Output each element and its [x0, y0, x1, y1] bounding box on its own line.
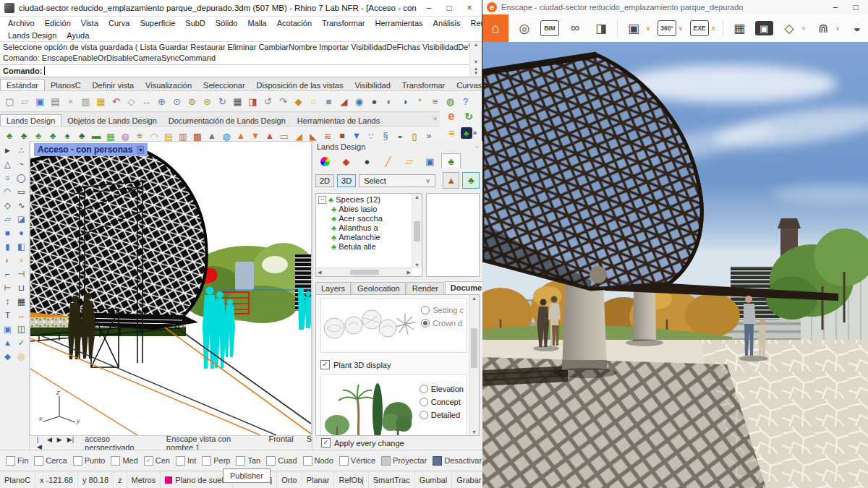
species-tree-box[interactable]: − ♣ Species (12) ♣ Abies lasio ♣ Acer sa… — [315, 193, 422, 277]
undo-icon[interactable]: ↶ — [109, 94, 124, 109]
circle-icon[interactable]: ○ — [1, 171, 14, 184]
options-icon[interactable]: * — [412, 94, 427, 109]
open-file-icon[interactable]: ▱ — [17, 94, 33, 109]
polygon-icon[interactable]: ◇ — [1, 198, 14, 212]
maximize-button[interactable]: □ — [441, 3, 457, 13]
mini-map-button[interactable]: ▦ — [729, 18, 749, 38]
render-image-button[interactable]: ▣ — [755, 21, 773, 35]
text-icon[interactable]: T — [1, 308, 14, 322]
menu-item[interactable]: Análisis — [428, 19, 466, 27]
surface-icon[interactable]: ▱ — [1, 212, 14, 226]
render-color-icon[interactable]: ◉ — [352, 94, 367, 109]
print-icon[interactable]: ▤ — [48, 94, 63, 109]
osnap-toggle[interactable]: Cen — [144, 456, 170, 466]
viewport-dropdown-icon[interactable]: ▾ — [137, 146, 144, 154]
enscape-logo-icon[interactable]: e — [443, 109, 460, 124]
command-spinner[interactable]: ▲ ▼ — [469, 65, 482, 77]
species-horizontal-scrollbar[interactable]: ◀▶ — [316, 267, 412, 276]
bim-mode-button[interactable]: BIM — [540, 20, 559, 36]
display-2d-button[interactable]: 2D — [315, 174, 334, 187]
menu-item[interactable]: Herramientas — [370, 19, 428, 27]
menu-item[interactable]: Malla — [242, 19, 271, 27]
zoom-dynamic-icon[interactable]: ⊙ — [169, 94, 184, 109]
viewport-title-tab[interactable]: Acceso - con personas ▾ — [34, 143, 148, 156]
display-tab-icon[interactable]: ▣ — [420, 153, 440, 168]
extrude-icon[interactable]: ◧ — [14, 239, 28, 253]
video-editor-button[interactable]: ◨ — [591, 18, 611, 38]
menu-item[interactable]: Transformar — [317, 19, 370, 27]
lands-tab[interactable]: Documentación de Lands Design — [163, 115, 292, 126]
toolbar-tab[interactable]: Transformar — [396, 80, 451, 90]
explode-icon[interactable]: × — [14, 253, 28, 267]
walkthrough-mode-button[interactable]: ∞ — [565, 18, 585, 38]
updates-bars-icon[interactable]: ≡ — [443, 126, 460, 140]
status-segment[interactable]: x -121.68 — [35, 471, 78, 488]
sweep-icon[interactable]: ◪ — [14, 212, 28, 226]
osnap-toggle[interactable]: Punto — [73, 456, 106, 466]
earth-icon[interactable]: ◍ — [443, 94, 458, 109]
undo-view-icon[interactable]: ↺ — [260, 94, 276, 109]
menu-item[interactable]: Curva — [103, 19, 135, 27]
solid-tools-icon[interactable]: ◆ — [1, 349, 14, 363]
ghosted-mode-icon[interactable]: ◐ — [382, 94, 397, 109]
wireframe-viewport[interactable]: Acceso - con personas ▾ — [30, 141, 312, 436]
lock-icon[interactable]: ■ — [321, 94, 336, 109]
lands-tab[interactable]: Herramientas de Lands — [292, 115, 386, 126]
maximize-button[interactable]: □ — [848, 2, 864, 12]
minimize-button[interactable]: – — [421, 3, 437, 13]
osnap-toggle[interactable]: Nodo — [303, 456, 333, 466]
lands-tab[interactable]: Objetos de Lands Design — [61, 115, 163, 126]
lands-tree-badge-icon[interactable]: ♣» — [460, 126, 477, 140]
freeform-icon[interactable]: ∿ — [14, 198, 28, 212]
rendered-mode-icon[interactable]: ◑ — [397, 94, 412, 109]
white-mode-chevron[interactable]: ∨ — [800, 18, 807, 38]
paste-icon[interactable]: ▦ — [93, 94, 109, 109]
species-vertical-scrollbar[interactable]: ▲▼ — [412, 194, 422, 268]
viewport-tab[interactable]: acceso perspectivado — [85, 435, 153, 452]
shaded-mode-icon[interactable]: ● — [367, 94, 382, 109]
tree-style-radio[interactable]: Elevation — [420, 385, 464, 393]
osnap-toggle[interactable]: Desactivar — [433, 456, 482, 466]
osnap-toggle[interactable]: Med — [111, 456, 137, 466]
species-root-label[interactable]: Species (12) — [336, 195, 380, 204]
box-icon[interactable]: ■ — [1, 226, 14, 239]
block-icon[interactable]: ▣ — [1, 322, 14, 335]
view-management-button[interactable]: ◎ — [514, 18, 535, 38]
select-arrow-icon[interactable]: ► — [1, 143, 14, 157]
move-icon[interactable]: ↔ — [139, 94, 154, 109]
publisher-popup[interactable]: Publisher — [223, 468, 271, 483]
toolbar-tab[interactable]: Disposición de las vistas — [251, 80, 349, 90]
mesh-icon[interactable]: ▲ — [1, 335, 14, 349]
cut-icon[interactable]: × — [63, 94, 78, 109]
select-dropdown[interactable]: Select ∨ — [359, 174, 435, 187]
group-icon[interactable]: ◫ — [14, 322, 28, 335]
lands-gear-icon[interactable]: * — [433, 115, 437, 126]
status-segment[interactable]: Planar — [302, 471, 335, 488]
tree-style-radio[interactable]: Detailed — [420, 411, 464, 419]
split-icon[interactable]: ⊢ — [1, 281, 14, 294]
array-icon[interactable]: ▦ — [14, 294, 28, 308]
toolbar-tab[interactable]: Visibilidad — [349, 80, 396, 90]
collapse-minus-icon[interactable]: − — [318, 196, 326, 204]
dimension-icon[interactable]: ↔ — [14, 308, 28, 322]
sphere-tab-icon[interactable]: ● — [357, 153, 377, 168]
brush-tab-icon[interactable]: ╱ — [378, 153, 398, 168]
export-collapse-chevron[interactable]: ∧ — [710, 18, 717, 38]
plant-3d-display-checkbox[interactable]: ✓ — [320, 360, 330, 369]
viewport-layout-icon[interactable]: ▦ — [230, 94, 245, 109]
plant-tab-icon[interactable]: ♣ — [441, 153, 461, 168]
toolbar-tab[interactable]: Estándar — [0, 79, 45, 90]
command-history-scrollbar[interactable]: ▲ ▼ — [469, 42, 482, 64]
apply-every-change-checkbox[interactable]: ✓ — [321, 438, 331, 448]
status-segment[interactable]: PlanoC — [0, 471, 35, 488]
lamp-icon[interactable]: ○ — [306, 94, 321, 109]
layers-icon[interactable]: ≡ — [427, 94, 443, 109]
enscape-render-view[interactable] — [482, 42, 868, 488]
scroll-up-icon[interactable]: ▲ — [474, 42, 479, 47]
arc-icon[interactable]: ◠ — [1, 184, 14, 198]
pan-icon[interactable]: ◇ — [124, 94, 139, 109]
visibility-icon[interactable]: ◎ — [14, 349, 28, 363]
people-zones-button[interactable]: ▲ — [443, 172, 460, 189]
fillet-icon[interactable]: ⌐ — [1, 267, 14, 281]
command-history[interactable]: Seleccione opción de vista guardada ( Li… — [0, 42, 469, 65]
